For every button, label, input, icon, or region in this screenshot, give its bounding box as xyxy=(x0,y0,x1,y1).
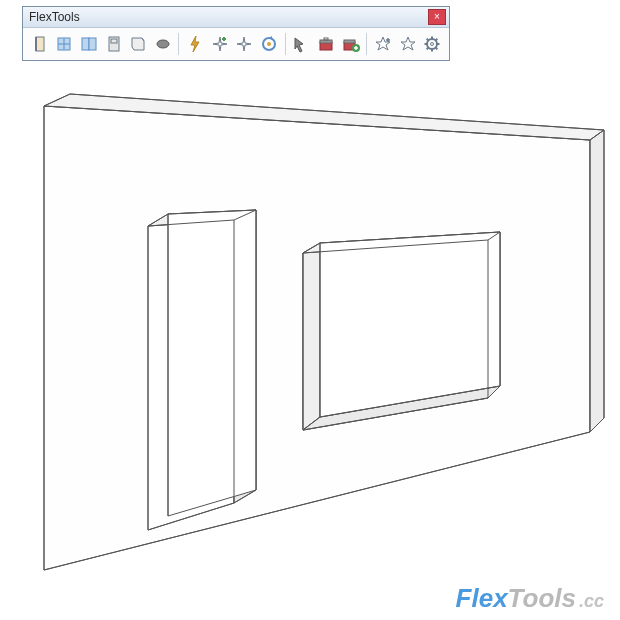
separator xyxy=(285,33,286,55)
sparkle-plus-icon xyxy=(211,35,229,53)
sparkle-icon xyxy=(235,35,253,53)
gear-icon xyxy=(423,35,441,53)
zap-icon xyxy=(186,35,204,53)
svg-rect-25 xyxy=(89,38,96,50)
svg-line-46 xyxy=(436,39,438,41)
svg-marker-0 xyxy=(44,106,590,570)
svg-rect-19 xyxy=(36,37,44,51)
star-plus-icon xyxy=(374,35,392,53)
svg-marker-1 xyxy=(44,94,604,140)
svg-line-17 xyxy=(488,386,500,398)
star-icon xyxy=(399,35,417,53)
close-button[interactable]: × xyxy=(428,9,446,25)
watermark: FlexTools.cc xyxy=(456,583,604,614)
toolbar-title: FlexTools xyxy=(29,10,80,24)
svg-marker-8 xyxy=(303,240,488,430)
svg-marker-2 xyxy=(590,130,604,432)
svg-rect-24 xyxy=(82,38,89,50)
disc-button[interactable] xyxy=(152,32,174,56)
svg-line-18 xyxy=(303,417,320,430)
star-plus-button[interactable] xyxy=(372,32,394,56)
toolbox-plus-button[interactable] xyxy=(340,32,362,56)
window-button[interactable] xyxy=(54,32,76,56)
pick-icon xyxy=(292,35,310,53)
zap-button[interactable] xyxy=(184,32,206,56)
separator xyxy=(366,33,367,55)
svg-marker-3 xyxy=(148,220,234,530)
svg-line-42 xyxy=(427,48,429,50)
svg-line-15 xyxy=(303,243,320,253)
watermark-tools: Tools xyxy=(508,583,576,613)
watermark-flex: Flex xyxy=(456,583,508,613)
svg-point-47 xyxy=(431,43,434,46)
svg-marker-5 xyxy=(148,210,256,226)
sparkle-plus-button[interactable] xyxy=(209,32,231,56)
svg-marker-6 xyxy=(168,210,256,516)
svg-marker-4 xyxy=(234,210,256,503)
double-window-icon xyxy=(80,35,98,53)
svg-marker-12 xyxy=(303,386,500,430)
flextools-toolbar: FlexTools × xyxy=(22,6,450,61)
svg-line-16 xyxy=(488,232,500,240)
toolbox-button[interactable] xyxy=(315,32,337,56)
close-icon: × xyxy=(434,12,440,22)
refresh-button[interactable] xyxy=(258,32,280,56)
double-window-button[interactable] xyxy=(78,32,100,56)
svg-point-38 xyxy=(427,39,437,49)
wall-icon xyxy=(129,35,147,53)
door-icon xyxy=(31,35,49,53)
gear-button[interactable] xyxy=(421,32,443,56)
svg-rect-34 xyxy=(324,38,328,40)
svg-marker-13 xyxy=(320,232,500,417)
svg-marker-9 xyxy=(303,243,320,430)
disc-icon xyxy=(154,35,172,53)
door-button[interactable] xyxy=(29,32,51,56)
svg-point-31 xyxy=(267,42,271,46)
refresh-icon xyxy=(260,35,278,53)
toolbox-plus-icon xyxy=(342,35,360,53)
toolbar-titlebar[interactable]: FlexTools × xyxy=(23,7,449,28)
model-view xyxy=(0,0,620,620)
svg-rect-36 xyxy=(344,40,355,43)
panel-icon xyxy=(105,35,123,53)
toolbox-icon xyxy=(317,35,335,53)
svg-point-29 xyxy=(157,40,169,48)
svg-marker-10 xyxy=(303,232,500,253)
separator xyxy=(178,33,179,55)
svg-line-44 xyxy=(427,39,429,41)
svg-marker-11 xyxy=(488,232,500,398)
toolbar-row xyxy=(23,28,449,60)
window-icon xyxy=(55,35,73,53)
svg-line-14 xyxy=(590,130,604,140)
star-button[interactable] xyxy=(397,32,419,56)
wall-button[interactable] xyxy=(127,32,149,56)
watermark-suffix: .cc xyxy=(579,591,604,611)
pick-button[interactable] xyxy=(291,32,313,56)
sparkle-button[interactable] xyxy=(234,32,256,56)
svg-line-40 xyxy=(436,48,438,50)
panel-button[interactable] xyxy=(103,32,125,56)
